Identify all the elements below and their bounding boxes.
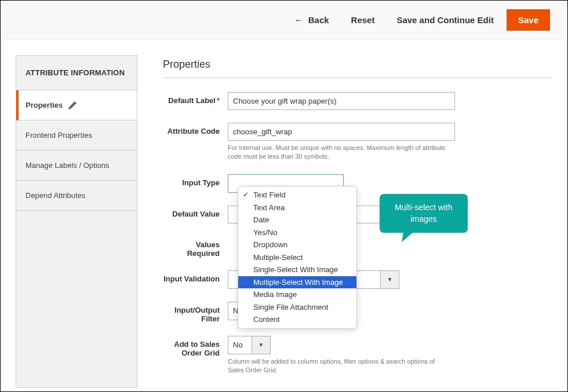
input-type-dropdown: Text FieldText AreaDateYes/NoDropdownMul… bbox=[238, 186, 357, 329]
attribute-code-input[interactable] bbox=[228, 123, 455, 141]
dropdown-option[interactable]: Multiple-Select With Image bbox=[238, 276, 356, 289]
dropdown-option[interactable]: Dropdown bbox=[238, 239, 356, 251]
dropdown-option[interactable]: Text Area bbox=[238, 202, 356, 214]
dropdown-option[interactable]: Multiple-Select bbox=[238, 251, 356, 264]
sidebar-item-label: Manage Labels / Options bbox=[26, 161, 110, 170]
dropdown-option[interactable]: Media Image bbox=[238, 288, 356, 301]
back-label: Back bbox=[308, 15, 329, 25]
chevron-down-icon[interactable]: ▼ bbox=[252, 336, 271, 354]
reset-button[interactable]: Reset bbox=[342, 9, 384, 31]
sidebar-item-label: Depend Attributes bbox=[26, 191, 85, 200]
section-title: Properties bbox=[163, 58, 552, 78]
default-label-label: Default Label* bbox=[163, 92, 228, 105]
dropdown-option[interactable]: Text Field bbox=[238, 189, 356, 202]
values-required-label: Values Required bbox=[163, 236, 228, 258]
sidebar-item-labels[interactable]: Manage Labels / Options bbox=[16, 151, 137, 181]
sidebar-item-depend[interactable]: Depend Attributes bbox=[16, 181, 137, 211]
save-continue-label: Save and Continue Edit bbox=[396, 15, 494, 25]
sidebar-item-label: Properties bbox=[26, 101, 63, 109]
main-panel: Properties Default Label* Attribute Code… bbox=[163, 55, 552, 388]
sidebar-header: ATTRIBUTE INFORMATION bbox=[16, 56, 137, 90]
add-to-grid-hint: Column will be added to column options, … bbox=[228, 357, 448, 375]
dropdown-option[interactable]: Yes/No bbox=[238, 226, 356, 239]
sidebar-item-label: Frontend Properties bbox=[26, 131, 92, 140]
input-type-label: Input Type bbox=[163, 174, 228, 187]
add-to-grid-label: Add to Sales Order Grid bbox=[163, 336, 228, 357]
reset-label: Reset bbox=[351, 15, 375, 25]
sidebar-item-frontend[interactable]: Frontend Properties bbox=[16, 120, 137, 151]
tooltip-callout: Multi-select with images bbox=[380, 194, 468, 233]
chevron-down-icon[interactable]: ▼ bbox=[381, 270, 399, 289]
dropdown-option[interactable]: Date bbox=[238, 214, 356, 226]
io-filter-label: Input/Output Filter bbox=[163, 302, 228, 323]
sidebar-item-properties[interactable]: Properties bbox=[16, 90, 137, 120]
default-value-label: Default Value bbox=[163, 206, 228, 218]
input-validation-label: Input Validation bbox=[163, 270, 228, 283]
back-button[interactable]: ← Back bbox=[285, 9, 338, 31]
top-toolbar: ← Back Reset Save and Continue Edit Save bbox=[1, 1, 567, 40]
arrow-left-icon: ← bbox=[294, 16, 304, 25]
add-to-grid-value: No bbox=[228, 336, 252, 354]
default-label-input[interactable] bbox=[228, 92, 455, 110]
required-asterisk: * bbox=[217, 96, 220, 105]
tooltip-tail-icon bbox=[402, 229, 417, 242]
attribute-code-label: Attribute Code bbox=[163, 123, 228, 135]
save-label: Save bbox=[518, 15, 538, 25]
dropdown-option[interactable]: Content bbox=[238, 313, 356, 326]
pencil-icon bbox=[68, 101, 77, 109]
save-button[interactable]: Save bbox=[507, 9, 550, 31]
dropdown-option[interactable]: Single-Select With Image bbox=[238, 263, 356, 276]
save-continue-button[interactable]: Save and Continue Edit bbox=[387, 9, 503, 31]
tooltip-text: Multi-select with images bbox=[395, 203, 453, 224]
add-to-grid-select[interactable]: No ▼ bbox=[228, 336, 455, 354]
dropdown-option[interactable]: Single File Attachment bbox=[238, 301, 356, 314]
attribute-code-hint: For internal use. Must be unique with no… bbox=[228, 144, 455, 162]
sidebar: ATTRIBUTE INFORMATION Properties Fronten… bbox=[16, 55, 137, 388]
